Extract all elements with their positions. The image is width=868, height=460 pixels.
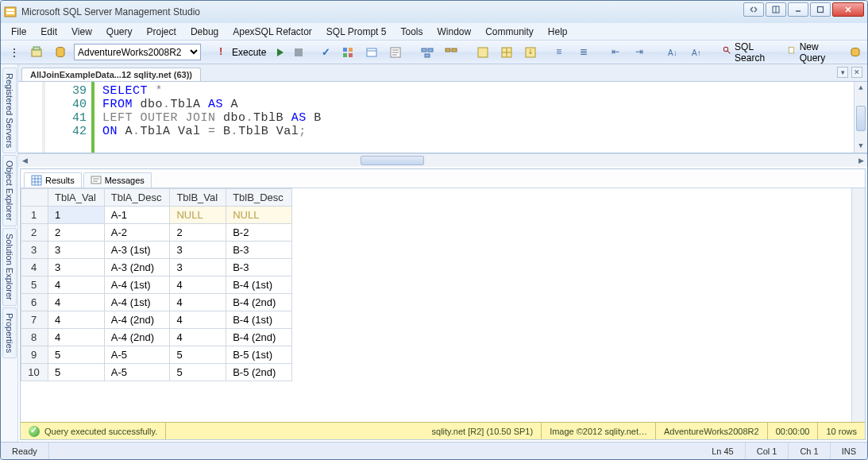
grid-cell[interactable]: 3 [48, 242, 105, 259]
grid-cell[interactable]: B-3 [226, 259, 292, 276]
execute-button[interactable]: Execute [212, 44, 270, 61]
maximize-button[interactable] [810, 2, 831, 17]
uncomment-button[interactable]: ≣ [576, 44, 596, 61]
row-number[interactable]: 8 [21, 329, 48, 346]
database-selector[interactable]: AdventureWorks2008R2 [74, 44, 201, 60]
table-row[interactable]: 84A-4 (2nd)4B-4 (2nd) [21, 329, 292, 346]
grid-cell[interactable]: 4 [170, 329, 226, 346]
debug-button[interactable] [273, 44, 287, 61]
change-connection-button[interactable] [26, 44, 47, 61]
estimated-plan-button[interactable] [338, 44, 358, 61]
grid-cell[interactable]: 2 [170, 224, 226, 242]
menu-tools[interactable]: Tools [393, 24, 430, 40]
side-tab-properties[interactable]: Properties [2, 307, 17, 358]
menu-apexsql[interactable]: ApexSQL Refactor [226, 24, 319, 40]
table-row[interactable]: 105A-55B-5 (2nd) [21, 364, 292, 381]
scroll-track[interactable] [31, 154, 854, 167]
scroll-left-icon[interactable]: ◀ [18, 157, 31, 164]
side-tab-solution-explorer[interactable]: Solution Explorer [2, 228, 17, 306]
column-header[interactable]: TblB_Desc [226, 189, 292, 207]
grid-cell[interactable]: A-3 (1st) [104, 242, 170, 259]
grid-cell[interactable]: B-2 [226, 224, 292, 242]
table-row[interactable]: 74A-4 (2nd)4B-4 (1st) [21, 311, 292, 329]
table-row[interactable]: 43A-3 (2nd)3B-3 [21, 259, 292, 276]
tab-results[interactable]: Results [24, 172, 82, 187]
sql-search-button[interactable]: SQL Search [719, 44, 773, 61]
grid-cell[interactable]: B-4 (2nd) [226, 329, 292, 346]
grid-cell[interactable]: B-5 (1st) [226, 346, 292, 364]
row-header-corner[interactable] [21, 189, 48, 207]
grid-cell[interactable]: 1 [48, 207, 105, 224]
table-row[interactable]: 64A-4 (1st)4B-4 (2nd) [21, 294, 292, 311]
grid-cell[interactable]: A-4 (1st) [104, 276, 170, 294]
scroll-up-icon[interactable]: ▲ [854, 82, 867, 95]
new-query-button[interactable]: New Query [784, 44, 834, 61]
grid-cell[interactable]: A-5 [104, 346, 170, 364]
sql-editor[interactable]: 39404142 SELECT *FROM dbo.TblA AS ALEFT … [18, 82, 867, 153]
row-number[interactable]: 9 [21, 346, 48, 364]
editor-vertical-scrollbar[interactable]: ▲ ▼ [854, 82, 867, 153]
grid-cell[interactable]: 5 [48, 364, 105, 381]
close-button[interactable] [832, 2, 864, 17]
document-tab[interactable]: AllJoinExampleData...12 sqlity.net (63)) [21, 68, 201, 81]
table-row[interactable]: 95A-55B-5 (1st) [21, 346, 292, 364]
menu-help[interactable]: Help [541, 24, 575, 40]
grid-cell[interactable]: 3 [48, 259, 105, 276]
grid-cell[interactable]: 4 [48, 311, 105, 329]
grid-cell[interactable]: 3 [170, 242, 226, 259]
results-to-text-button[interactable] [473, 44, 493, 61]
scroll-down-icon[interactable]: ▼ [854, 140, 867, 153]
grid-cell[interactable]: 2 [48, 224, 105, 242]
column-header[interactable]: TblA_Desc [104, 189, 170, 207]
tab-messages[interactable]: Messages [83, 172, 152, 187]
query-options-button[interactable] [361, 44, 382, 61]
grid-cell[interactable]: B-5 (2nd) [226, 364, 292, 381]
decrease-indent-button[interactable]: ⇤ [608, 44, 628, 61]
code-line[interactable]: LEFT OUTER JOIN dbo.TblB AS B [102, 111, 867, 125]
table-row[interactable]: 54A-4 (1st)4B-4 (1st) [21, 276, 292, 294]
row-number[interactable]: 4 [21, 259, 48, 276]
grid-cell[interactable]: 4 [48, 276, 105, 294]
grid-cell[interactable]: 5 [170, 364, 226, 381]
stop-button[interactable] [291, 44, 307, 61]
grid-cell[interactable]: B-4 (2nd) [226, 294, 292, 311]
grid-cell[interactable]: A-1 [104, 207, 170, 224]
available-databases-button[interactable] [50, 44, 71, 61]
active-files-button[interactable]: ▾ [837, 67, 848, 78]
client-statistics-button[interactable] [441, 44, 461, 61]
row-number[interactable]: 2 [21, 224, 48, 242]
grid-cell[interactable]: A-4 (2nd) [104, 329, 170, 346]
row-number[interactable]: 6 [21, 294, 48, 311]
code-line[interactable]: SELECT * [102, 84, 867, 98]
results-to-grid-button[interactable] [496, 44, 517, 61]
results-vertical-scrollbar[interactable] [851, 188, 865, 422]
side-tab-object-explorer[interactable]: Object Explorer [2, 155, 17, 226]
grid-cell[interactable]: 4 [48, 294, 105, 311]
results-grid[interactable]: TblA_ValTblA_DescTblB_ValTblB_Desc11A-1N… [21, 188, 292, 381]
increase-indent-button[interactable]: ⇥ [631, 44, 652, 61]
include-actual-plan-button[interactable] [417, 44, 438, 61]
parse-button[interactable]: ✓ [318, 44, 334, 61]
menu-project[interactable]: Project [140, 24, 183, 40]
grid-cell[interactable]: 4 [170, 311, 226, 329]
grid-cell[interactable]: A-3 (2nd) [104, 259, 170, 276]
row-number[interactable]: 7 [21, 311, 48, 329]
specify-values-button[interactable]: A↑ [687, 44, 708, 61]
code-line[interactable]: ON A.TblA Val = B.TblB Val; [102, 125, 867, 138]
grid-cell[interactable]: A-5 [104, 364, 170, 381]
code-content[interactable]: SELECT *FROM dbo.TblA AS ALEFT OUTER JOI… [95, 82, 867, 153]
grid-cell[interactable]: NULL [170, 207, 226, 224]
grid-cell[interactable]: 5 [170, 346, 226, 364]
menu-query[interactable]: Query [99, 24, 140, 40]
grid-cell[interactable]: 4 [170, 294, 226, 311]
column-header[interactable]: TblB_Val [170, 189, 226, 207]
row-number[interactable]: 5 [21, 276, 48, 294]
minimize-button[interactable] [788, 2, 808, 17]
grid-cell[interactable]: 4 [48, 329, 105, 346]
table-row[interactable]: 33A-3 (1st)3B-3 [21, 242, 292, 259]
scroll-thumb[interactable] [361, 156, 424, 165]
row-number[interactable]: 1 [21, 207, 48, 224]
grid-cell[interactable]: NULL [226, 207, 292, 224]
grid-cell[interactable]: A-4 (2nd) [104, 311, 170, 329]
menu-file[interactable]: File [4, 24, 33, 40]
